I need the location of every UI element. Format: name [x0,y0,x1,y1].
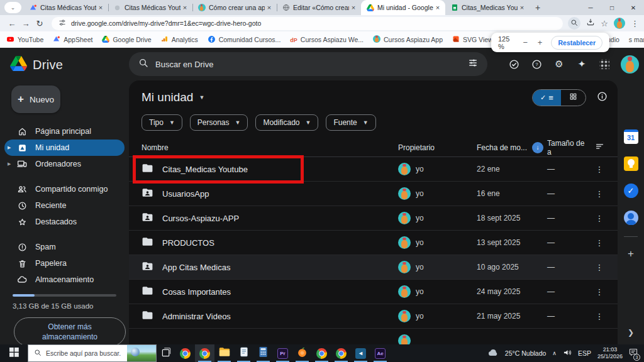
list-view-button[interactable]: ✓≡ [533,90,561,106]
sidebar-item-shared[interactable]: Compartido conmigo [4,181,125,197]
apps-grid-icon[interactable] [598,58,611,70]
bookmark-item[interactable]: Google Drive [102,36,151,44]
sidebar-item-computers[interactable]: ▶Ordenadores [4,156,125,172]
file-row[interactable]: Cursos-Aspiazu-APPyo18 sept 2025—⋮ [129,206,618,231]
address-bar[interactable]: drive.google.com/drive/my-drive?dmr=1&ec… [52,17,563,30]
sidebar-item-home[interactable]: Página principal [4,123,125,140]
file-row[interactable]: ⋮ [129,329,618,344]
zoom-indicator-icon[interactable] [568,17,580,30]
tray-expand-icon[interactable]: ∧ [552,350,557,356]
minimize-button[interactable]: ─ [580,0,601,15]
offline-status-icon[interactable] [508,58,520,70]
sidebar-item-starred[interactable]: Destacados [4,214,125,230]
row-menu-icon[interactable]: ⋮ [590,189,609,199]
weather-label[interactable]: 25°C Nublado [505,349,547,357]
bookmark-item[interactable]: AppSheet [53,35,92,44]
page-title[interactable]: Mi unidad ▼ [142,90,204,104]
drive-logo[interactable]: Drive [10,56,63,74]
sidebar-item-spam[interactable]: Spam [4,239,125,255]
back-icon[interactable]: ← [5,16,19,30]
sort-descending-icon[interactable]: ↓ [532,142,543,153]
expander-arrow-icon[interactable]: ▶ [8,145,11,150]
account-avatar[interactable] [621,55,639,74]
filter-chip-personas[interactable]: Personas▼ [190,114,248,131]
file-row[interactable]: PRODUCTOSyo13 sept 2025—⋮ [129,231,618,255]
install-icon[interactable] [586,18,595,29]
get-more-storage-button[interactable]: Obtener más almacenamiento [14,317,126,346]
filter-chip-fuente[interactable]: Fuente▼ [326,114,375,131]
taskbar-app-chrome[interactable] [331,344,351,362]
weather-cloud-icon[interactable] [488,348,499,359]
menu-kebab-icon[interactable]: ⋮ [631,19,639,28]
help-icon[interactable]: ? [530,58,543,70]
bookmark-item[interactable]: YouTube [6,35,43,45]
row-menu-icon[interactable]: ⋮ [590,214,609,223]
new-tab-button[interactable]: + [530,0,546,15]
volume-icon[interactable] [563,348,572,359]
sidebar-item-mydrive[interactable]: ▶Mi unidad [4,140,125,156]
tab-close-icon[interactable]: × [180,3,189,12]
row-menu-icon[interactable]: ⋮ [590,165,609,174]
column-date[interactable]: Fecha de mo... ↓ [477,142,547,153]
tab-close-icon[interactable]: × [349,3,358,12]
taskbar-search[interactable]: Escribe aquí para buscar. [28,344,157,362]
bookmark-star-icon[interactable]: ☆ [601,19,608,28]
filter-chip-modificado[interactable]: Modificado▼ [255,114,318,131]
bookmark-item[interactable]: Analytics [161,35,198,44]
start-button[interactable] [0,344,28,362]
maximize-button[interactable]: □ [601,0,623,15]
add-apps-icon[interactable]: + [628,248,634,260]
file-row[interactable]: Cosas Importantesyo24 may 2025—⋮ [129,280,618,304]
taskbar-app-arrow-app[interactable]: ◄ [351,344,370,362]
new-button[interactable]: + Nuevo [11,85,60,113]
sidebar-item-storage[interactable]: Almacenamiento [4,272,125,288]
taskbar-app-chrome[interactable] [175,344,195,362]
gemini-sparkle-icon[interactable]: ✦ [575,58,588,70]
notification-center-icon[interactable]: 3 [629,348,638,359]
column-size[interactable]: Tamaño de a [547,139,590,156]
contacts-icon[interactable] [623,209,639,226]
browser-tab[interactable]: Mi unidad - Google Drive× [361,0,445,15]
taskbar-app-chrome[interactable] [312,344,331,362]
search-highlight-image[interactable] [127,345,156,361]
taskbar-app-explorer[interactable] [214,344,234,362]
row-menu-icon[interactable]: ⋮ [590,312,609,321]
settings-gear-icon[interactable]: ⚙ [553,58,565,70]
collapse-panel-icon[interactable]: ❯ [628,328,634,337]
zoom-out-button[interactable]: − [521,38,530,47]
tab-close-icon[interactable]: × [96,3,105,12]
browser-tab[interactable]: Citas Médicas Youtube× [108,0,192,15]
grid-view-button[interactable] [561,90,586,106]
zoom-reset-button[interactable]: Restablecer [551,36,602,50]
tab-search-icon[interactable]: ⌄ [4,2,21,13]
tasks-icon[interactable]: ✓ [623,182,639,199]
sidebar-item-recent[interactable]: Reciente [4,197,125,214]
sidebar-item-trash[interactable]: Papelera [4,255,125,272]
language-label[interactable]: ESP [578,349,591,357]
row-menu-icon[interactable]: ⋮ [590,263,609,272]
row-menu-icon[interactable]: ⋮ [590,287,609,297]
clock[interactable]: 21:03 25/1/2026 [597,346,623,361]
file-row[interactable]: Citas_Medicas Youtubeyo22 ene—⋮ [129,157,618,182]
tab-close-icon[interactable]: × [518,3,526,12]
browser-tab[interactable]: Editar «Cómo crear una apli× [277,0,361,15]
site-info-icon[interactable] [58,18,66,29]
file-row[interactable]: UsuariosAppyo16 ene—⋮ [129,182,618,206]
drive-search-bar[interactable]: Buscar en Drive [129,52,487,76]
tab-close-icon[interactable]: × [265,3,274,12]
search-options-icon[interactable] [468,58,478,70]
column-owner[interactable]: Propietario [398,143,477,152]
file-row[interactable]: App Citas Medicasyo10 ago 2025—⋮ [129,255,618,280]
zoom-in-button[interactable]: + [535,38,544,47]
browser-tab[interactable]: Citas_Medicas Youtube - Ho× [445,0,530,15]
taskbar-app-notepad[interactable] [234,344,253,362]
details-info-icon[interactable] [597,91,608,104]
file-row[interactable]: Administrar Videosyo21 may 2025—⋮ [129,304,618,329]
profile-avatar[interactable] [614,18,625,29]
keep-icon[interactable] [623,155,639,172]
column-layout-icon[interactable] [590,142,609,153]
filter-chip-tipo[interactable]: Tipo▼ [142,114,182,131]
tab-close-icon[interactable]: × [433,3,442,12]
task-view-icon[interactable] [157,344,175,362]
browser-tab[interactable]: Citas Médicas Youtube - App× [24,0,108,15]
